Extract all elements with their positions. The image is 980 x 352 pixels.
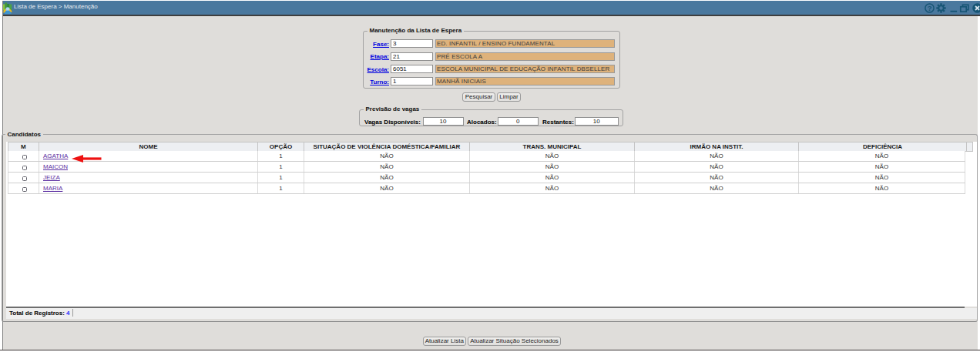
svg-text:?: ? (928, 4, 932, 12)
